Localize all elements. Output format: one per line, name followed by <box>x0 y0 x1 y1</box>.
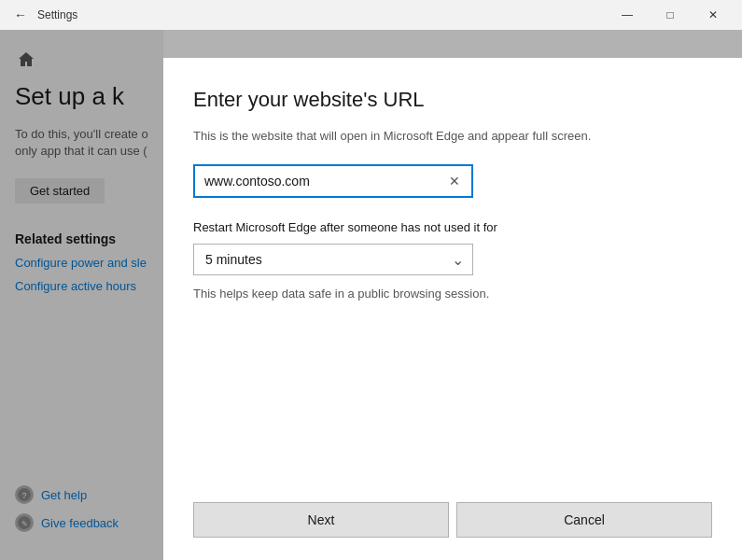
dialog-description: This is the website that will open in Mi… <box>193 127 712 146</box>
url-clear-button[interactable]: ✕ <box>445 172 464 190</box>
maximize-button[interactable]: □ <box>649 0 692 30</box>
close-button[interactable]: ✕ <box>692 0 735 30</box>
dropdown-wrapper: 1 minute 2 minutes 5 minutes 10 minutes … <box>193 244 473 275</box>
dialog-title: Enter your website's URL <box>193 88 712 112</box>
settings-window: ← Settings — □ ✕ Set up a k To do this, … <box>0 0 742 560</box>
window-controls: — □ ✕ <box>606 0 735 30</box>
dialog-footer: Next Cancel <box>193 487 712 538</box>
url-input-wrapper: ✕ <box>193 164 473 198</box>
restart-timer-dropdown[interactable]: 1 minute 2 minutes 5 minutes 10 minutes … <box>193 244 473 275</box>
next-button[interactable]: Next <box>193 502 449 538</box>
url-dialog: Enter your website's URL This is the web… <box>163 58 742 560</box>
url-input[interactable] <box>195 166 471 196</box>
window-title: Settings <box>37 8 606 21</box>
restart-label: Restart Microsoft Edge after someone has… <box>193 220 712 234</box>
content-area: Set up a k To do this, you'll create o o… <box>0 30 742 560</box>
title-bar: ← Settings — □ ✕ <box>0 0 742 30</box>
minimize-button[interactable]: — <box>606 0 649 30</box>
data-safe-text: This helps keep data safe in a public br… <box>193 287 712 301</box>
cancel-button[interactable]: Cancel <box>456 502 712 538</box>
back-button[interactable]: ← <box>7 2 34 28</box>
